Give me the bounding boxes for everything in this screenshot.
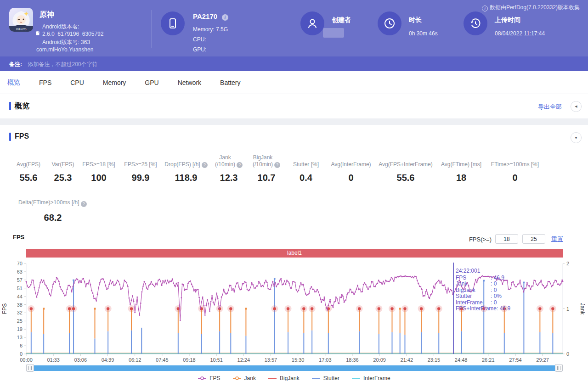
bigjank-marker[interactable] bbox=[503, 307, 506, 310]
fps-point bbox=[536, 284, 537, 285]
help-icon[interactable]: ? bbox=[237, 162, 243, 168]
bigjank-marker[interactable] bbox=[358, 307, 361, 310]
fps-point bbox=[358, 289, 360, 291]
bigjank-marker[interactable] bbox=[378, 307, 380, 310]
fps-point bbox=[41, 279, 42, 280]
fps-point bbox=[177, 286, 178, 287]
fps-threshold-input-1[interactable] bbox=[495, 234, 518, 244]
fps-point bbox=[482, 275, 483, 277]
fps-point bbox=[401, 276, 403, 278]
fps-point bbox=[204, 314, 206, 316]
legend-item-FPS[interactable]: FPS bbox=[198, 375, 220, 381]
tab-Network[interactable]: Network bbox=[178, 79, 201, 86]
fps-point bbox=[126, 282, 127, 284]
fps-point bbox=[93, 298, 95, 299]
tab-CPU[interactable]: CPU bbox=[70, 79, 84, 86]
tab-FPS[interactable]: FPS bbox=[39, 79, 51, 86]
chart-scrollbar-handle-right[interactable] bbox=[555, 364, 563, 372]
tab-Battery[interactable]: Battery bbox=[220, 79, 240, 86]
y-tick-label: 32 bbox=[17, 310, 23, 315]
fps-point bbox=[267, 288, 269, 290]
bigjank-marker[interactable] bbox=[482, 307, 485, 310]
legend-item-Stutter[interactable]: Stutter bbox=[311, 375, 339, 381]
fps-point bbox=[285, 284, 287, 285]
fps-point bbox=[129, 297, 130, 299]
fps-point bbox=[539, 282, 541, 283]
fps-point bbox=[151, 281, 152, 282]
fps-point bbox=[241, 289, 242, 290]
fps-point bbox=[400, 275, 401, 277]
fps-point bbox=[277, 284, 278, 285]
fps-point bbox=[200, 308, 201, 309]
device-info-icon[interactable]: i bbox=[222, 14, 228, 21]
chart-scrollbar-handle-left[interactable] bbox=[26, 364, 34, 372]
bigjank-marker[interactable] bbox=[107, 307, 109, 310]
note-placeholder[interactable]: 添加备注，不超过200个字符 bbox=[28, 61, 97, 67]
bigjank-marker[interactable] bbox=[177, 307, 180, 310]
bigjank-marker[interactable] bbox=[302, 307, 305, 310]
help-icon[interactable]: ? bbox=[274, 162, 280, 168]
export-all-link[interactable]: 导出全部 bbox=[538, 103, 562, 111]
x-tick-label: 06:12 bbox=[129, 357, 141, 363]
bigjank-marker[interactable] bbox=[403, 307, 406, 310]
note-bar[interactable]: 备注: 添加备注，不超过200个字符 bbox=[0, 56, 588, 71]
fps-point bbox=[464, 286, 466, 287]
fps-point bbox=[369, 286, 370, 288]
legend-item-Jank[interactable]: Jank bbox=[232, 375, 256, 381]
fps-point bbox=[538, 283, 539, 285]
bigjank-marker[interactable] bbox=[273, 307, 276, 310]
bigjank-marker[interactable] bbox=[551, 307, 554, 310]
bigjank-marker[interactable] bbox=[130, 307, 133, 310]
legend-item-BigJank[interactable]: BigJank bbox=[268, 375, 300, 381]
fps-point bbox=[288, 281, 289, 282]
x-tick-label: 12:24 bbox=[237, 357, 250, 363]
y-tick-label: 0 bbox=[20, 351, 23, 357]
fps-point bbox=[420, 286, 421, 287]
bigjank-marker[interactable] bbox=[437, 307, 440, 310]
fps-point bbox=[398, 276, 399, 278]
fps-point bbox=[445, 289, 447, 290]
tab-Memory[interactable]: Memory bbox=[103, 79, 126, 86]
fps-point bbox=[543, 285, 544, 286]
fps-point bbox=[248, 290, 249, 291]
fps-point bbox=[489, 276, 491, 278]
reset-link[interactable]: 重置 bbox=[551, 235, 563, 243]
fps-point bbox=[411, 277, 412, 278]
bigjank-marker[interactable] bbox=[460, 307, 463, 310]
fps-point bbox=[320, 299, 322, 300]
fps-point bbox=[424, 295, 425, 297]
fps-point bbox=[542, 284, 543, 286]
bigjank-marker[interactable] bbox=[229, 307, 232, 310]
fps-point bbox=[251, 282, 253, 284]
tab-概览[interactable]: 概览 bbox=[7, 78, 20, 87]
bigjank-marker[interactable] bbox=[311, 307, 313, 310]
fps-point bbox=[356, 289, 357, 290]
jank-marker bbox=[43, 308, 45, 310]
fps-point bbox=[316, 291, 317, 292]
overview-collapse-button[interactable]: ◀ bbox=[571, 101, 582, 112]
fps-point bbox=[299, 286, 300, 287]
fps-point bbox=[370, 286, 371, 288]
bigjank-marker[interactable] bbox=[538, 307, 541, 310]
tab-GPU[interactable]: GPU bbox=[145, 79, 158, 86]
fps-point bbox=[279, 280, 281, 281]
bigjank-marker[interactable] bbox=[30, 307, 33, 310]
fps-collapse-button[interactable]: ▼ bbox=[571, 132, 582, 143]
bigjank-marker[interactable] bbox=[287, 307, 289, 310]
bigjank-marker[interactable] bbox=[420, 307, 423, 310]
fps-point bbox=[407, 276, 408, 277]
help-icon[interactable]: ? bbox=[81, 201, 87, 207]
bigjank-marker[interactable] bbox=[72, 307, 75, 310]
help-icon[interactable]: ? bbox=[202, 162, 208, 168]
collect-notice-text: 数据由PerfDog(7.0.220332)版本收集 bbox=[490, 4, 580, 11]
fps-point bbox=[541, 280, 542, 281]
x-tick-label: 24:48 bbox=[455, 357, 468, 363]
fps-chart[interactable]: 7063575144383225191360210FPSJank00:0001:… bbox=[0, 262, 588, 364]
legend-item-InterFrame[interactable]: InterFrame bbox=[351, 375, 390, 381]
fps-point bbox=[548, 281, 550, 282]
fps-threshold-input-2[interactable] bbox=[522, 234, 545, 244]
chart-scrollbar-track[interactable] bbox=[26, 365, 563, 371]
bigjank-marker[interactable] bbox=[390, 307, 393, 310]
stat-col: Jank (/10min)?12.3 bbox=[210, 153, 247, 183]
fps-point bbox=[187, 289, 188, 290]
